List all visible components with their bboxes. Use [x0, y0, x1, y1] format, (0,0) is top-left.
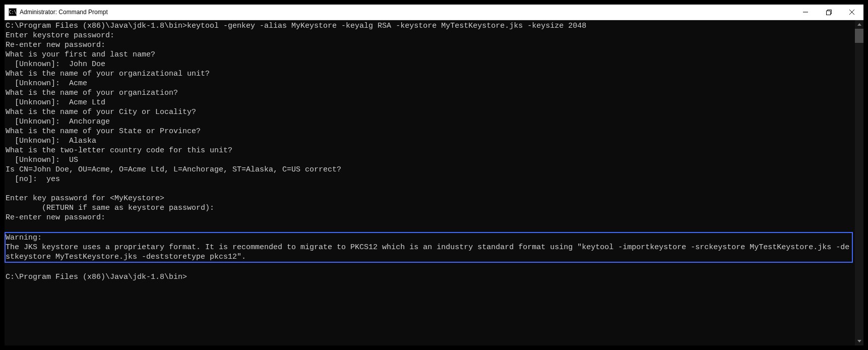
terminal-line: What is the name of your organizational …: [6, 69, 853, 79]
terminal-line: Enter key password for <MyKeystore>: [6, 194, 853, 203]
terminal-line: [6, 263, 853, 272]
maximize-button[interactable]: [817, 5, 840, 20]
terminal-line: Re-enter new password:: [6, 40, 853, 50]
terminal-line: C:\Program Files (x86)\Java\jdk-1.8\bin>: [6, 272, 853, 282]
terminal-line: Re-enter new password:: [6, 213, 853, 222]
close-icon: [849, 10, 854, 15]
vertical-scrollbar[interactable]: [855, 20, 863, 345]
svg-rect-0: [826, 11, 830, 15]
titlebar[interactable]: C:\ Administrator: Command Prompt: [5, 5, 863, 20]
terminal-line: [Unknown]: Anchorage: [6, 117, 853, 127]
terminal-line: What is the name of your State or Provin…: [6, 127, 853, 136]
terminal-line: What is the two-letter country code for …: [6, 146, 853, 155]
terminal-line: What is the name of your City or Localit…: [6, 107, 853, 117]
terminal-line: [Unknown]: John Doe: [6, 60, 853, 69]
window-inner: C:\ Administrator: Command Prompt C:\Pro…: [5, 5, 863, 345]
terminal-line: What is the name of your organization?: [6, 88, 853, 98]
terminal-line: [Unknown]: Acme: [6, 79, 853, 88]
terminal-line: C:\Program Files (x86)\Java\jdk-1.8\bin>…: [6, 21, 853, 31]
terminal-line: (RETURN if same as keystore password):: [6, 203, 853, 213]
terminal-line: Enter keystore password:: [6, 31, 853, 40]
close-button[interactable]: [840, 5, 863, 20]
minimize-icon: [803, 10, 808, 15]
terminal-line: [6, 184, 853, 194]
cmd-icon: C:\: [9, 8, 17, 16]
scroll-up-arrow-icon[interactable]: [855, 20, 863, 29]
terminal-line: What is your first and last name?: [6, 50, 853, 60]
terminal-line: [Unknown]: US: [6, 155, 853, 165]
minimize-button[interactable]: [794, 5, 817, 20]
scroll-down-arrow-icon[interactable]: [855, 337, 863, 345]
terminal-output[interactable]: C:\Program Files (x86)\Java\jdk-1.8\bin>…: [5, 20, 855, 345]
warning-highlight-block: Warning: The JKS keystore uses a proprie…: [5, 232, 853, 263]
window-title: Administrator: Command Prompt: [20, 9, 794, 16]
terminal-line: [Unknown]: Alaska: [6, 136, 853, 146]
terminal-line: [no]: yes: [6, 174, 853, 184]
maximize-icon: [826, 10, 832, 15]
terminal-container: C:\Program Files (x86)\Java\jdk-1.8\bin>…: [5, 20, 863, 345]
terminal-line: Is CN=John Doe, OU=Acme, O=Acme Ltd, L=A…: [6, 165, 853, 174]
command-prompt-window: C:\ Administrator: Command Prompt C:\Pro…: [0, 0, 868, 350]
terminal-line: [Unknown]: Acme Ltd: [6, 98, 853, 107]
terminal-line: [6, 222, 853, 232]
scrollbar-thumb[interactable]: [855, 29, 863, 43]
